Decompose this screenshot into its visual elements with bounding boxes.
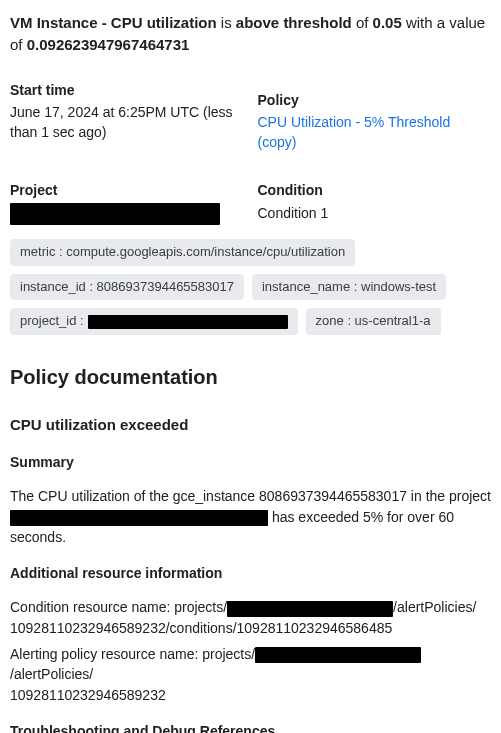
policy-block: Policy CPU Utilization - 5% Threshold (c… bbox=[258, 80, 492, 153]
chip-metric: metric : compute.googleapis.com/instance… bbox=[10, 239, 355, 266]
condition-project-redacted bbox=[227, 601, 393, 617]
summary-project-redacted bbox=[10, 510, 268, 526]
policy-label: Policy bbox=[258, 90, 492, 110]
summary-text: The CPU utilization of the gce_instance … bbox=[10, 486, 491, 547]
condition-block: Condition Condition 1 bbox=[258, 180, 492, 224]
info-row-1: Start time June 17, 2024 at 6:25PM UTC (… bbox=[10, 80, 491, 153]
policy-doc-heading: Policy documentation bbox=[10, 363, 491, 392]
label-chips: metric : compute.googleapis.com/instance… bbox=[10, 239, 491, 336]
start-time-label: Start time bbox=[10, 80, 244, 100]
alert-title: VM Instance - CPU utilization is above t… bbox=[10, 12, 491, 56]
troubleshooting-heading: Troubleshooting and Debug References bbox=[10, 721, 491, 733]
info-row-2: Project Condition Condition 1 bbox=[10, 180, 491, 224]
chip-project-id: project_id : bbox=[10, 308, 298, 335]
alert-state: above threshold bbox=[236, 14, 352, 31]
condition-label: Condition bbox=[258, 180, 492, 200]
condition-resource-text: Condition resource name: projects//alert… bbox=[10, 597, 491, 638]
chip-instance-name: instance_name : windows-test bbox=[252, 274, 446, 301]
chip-project-id-key: project_id : bbox=[20, 312, 84, 331]
alerting-policy-resource-text: Alerting policy resource name: projects/… bbox=[10, 644, 491, 705]
cpu-exceeded-heading: CPU utilization exceeded bbox=[10, 414, 491, 436]
alert-subject: VM Instance - CPU utilization bbox=[10, 14, 217, 31]
project-block: Project bbox=[10, 180, 244, 224]
summary-heading: Summary bbox=[10, 452, 491, 472]
chip-project-id-redacted bbox=[88, 315, 288, 329]
alert-threshold: 0.05 bbox=[373, 14, 402, 31]
project-redacted bbox=[10, 203, 220, 225]
alerting-project-redacted bbox=[255, 647, 421, 663]
start-time-value: June 17, 2024 at 6:25PM UTC (less than 1… bbox=[10, 102, 244, 143]
chip-zone: zone : us-central1-a bbox=[306, 308, 441, 335]
policy-link[interactable]: CPU Utilization - 5% Threshold (copy) bbox=[258, 114, 451, 150]
chip-instance-id: instance_id : 8086937394465583017 bbox=[10, 274, 244, 301]
project-label: Project bbox=[10, 180, 244, 200]
alert-value: 0.092623947967464731 bbox=[27, 36, 190, 53]
additional-info-heading: Additional resource information bbox=[10, 563, 491, 583]
start-time-block: Start time June 17, 2024 at 6:25PM UTC (… bbox=[10, 80, 244, 153]
condition-value: Condition 1 bbox=[258, 203, 492, 223]
